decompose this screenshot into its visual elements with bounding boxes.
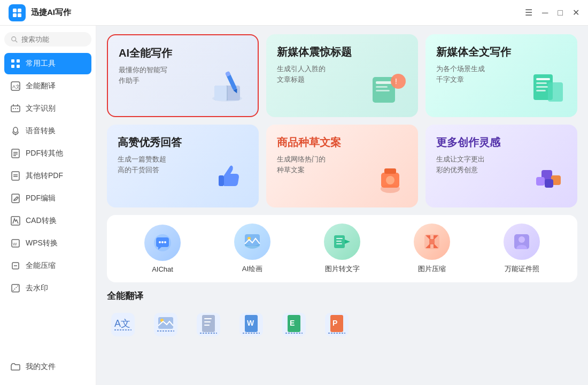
ai-writing-illustration <box>206 65 251 111</box>
search-input[interactable] <box>21 35 85 43</box>
svg-rect-42 <box>376 86 388 88</box>
id-photo-label: 万能证件照 <box>505 264 539 274</box>
sidebar-item-pdf-other[interactable]: PDF转其他 <box>4 143 91 164</box>
translate-word-icon: W <box>235 309 267 341</box>
section-title-translate: 全能翻译 <box>107 290 577 302</box>
main-layout: 常用工具 A文 全能翻译 文字识别 语音转换 PDF转其他 <box>0 26 588 385</box>
card-creative[interactable]: 更多创作灵感 生成让文字更出彩的优秀创意 <box>425 125 577 207</box>
svg-point-44 <box>391 74 406 89</box>
bottom-icon-translate-img[interactable] <box>150 309 182 341</box>
svg-rect-6 <box>11 59 14 63</box>
sidebar-label-common-tools: 常用工具 <box>26 59 56 68</box>
icon-row: AIChat AI绘画 <box>107 215 577 282</box>
card-newmedia-full[interactable]: 新媒体全文写作 为各个场景生成千字文章 <box>425 34 577 117</box>
wps-icon: W <box>10 237 21 249</box>
svg-rect-9 <box>17 65 20 68</box>
svg-rect-0 <box>13 9 17 12</box>
svg-text:E: E <box>290 319 295 327</box>
card-ai-writing[interactable]: AI全能写作 最懂你的智能写作助手 <box>107 34 259 117</box>
sidebar-item-wps[interactable]: W WPS转换 <box>4 233 91 254</box>
sidebar-label-ocr: 文字识别 <box>26 104 56 113</box>
top-cards-row: AI全能写作 最懂你的智能写作助手 <box>107 34 577 117</box>
img-to-text-label: 图片转文字 <box>325 264 360 274</box>
icon-ai-paint[interactable]: AI绘画 <box>234 224 270 274</box>
icon-img-compress[interactable]: 图片压缩 <box>414 224 450 274</box>
sidebar-item-translate[interactable]: A文 全能翻译 <box>4 75 91 97</box>
svg-point-56 <box>386 176 394 184</box>
praise-illustration <box>207 157 252 202</box>
svg-text:W: W <box>13 242 17 247</box>
app-title: 迅捷AI写作 <box>31 7 71 18</box>
window-controls: ☰ ─ □ ✕ <box>525 7 579 18</box>
pdf2-icon <box>10 170 21 182</box>
svg-point-62 <box>159 241 161 243</box>
grid-icon <box>10 58 21 70</box>
sidebar: 常用工具 A文 全能翻译 文字识别 语音转换 PDF转其他 <box>0 26 96 385</box>
bottom-icon-translate-ppt[interactable]: P <box>321 309 353 341</box>
id-photo-icon <box>504 224 540 260</box>
svg-rect-1 <box>18 9 21 12</box>
sidebar-label-compress: 全能压缩 <box>26 261 56 271</box>
sidebar-label-my-files: 我的文件 <box>26 362 56 372</box>
title-bar: 迅捷AI写作 ☰ ─ □ ✕ <box>0 0 588 26</box>
translate-doc-icon <box>192 309 225 341</box>
icon-id-photo[interactable]: 万能证件照 <box>504 224 540 274</box>
sidebar-item-common-tools[interactable]: 常用工具 <box>4 53 91 74</box>
sidebar-bottom: 我的文件 <box>4 356 91 379</box>
sidebar-item-watermark[interactable]: 去水印 <box>4 278 91 299</box>
sidebar-item-compress[interactable]: 全能压缩 <box>4 255 91 276</box>
translate-ppt-icon: P <box>321 309 353 341</box>
minimize-icon[interactable]: ─ <box>542 8 548 18</box>
card-newmedia-title[interactable]: 新媒体震惊标题 生成引人入胜的文章标题 ! <box>266 34 418 117</box>
sidebar-label-pdf-edit: PDF编辑 <box>26 194 56 203</box>
card-praise-answer[interactable]: 高赞优秀回答 生成一篇赞数超高的干货回答 <box>107 125 259 207</box>
svg-rect-83 <box>202 315 215 332</box>
icon-img-to-text[interactable]: 图片转文字 <box>324 224 360 274</box>
svg-rect-68 <box>336 238 343 239</box>
mid-cards-row: 高赞优秀回答 生成一篇赞数超高的干货回答 商品种草文案 生成网络热门的种草文案 <box>107 125 577 207</box>
svg-text:!: ! <box>395 77 397 86</box>
sidebar-label-translate: 全能翻译 <box>26 81 56 91</box>
svg-rect-72 <box>429 239 435 244</box>
translate-icon: A文 <box>10 80 21 92</box>
maximize-icon[interactable]: □ <box>558 8 563 18</box>
translate-img-icon <box>150 309 182 341</box>
translate-excel-icon: E <box>278 309 310 341</box>
sidebar-label-watermark: 去水印 <box>26 283 48 293</box>
svg-rect-59 <box>536 177 545 186</box>
pdf-icon <box>10 148 21 159</box>
svg-point-16 <box>13 127 18 133</box>
search-box[interactable] <box>4 32 91 47</box>
svg-rect-52 <box>219 175 224 186</box>
svg-point-64 <box>164 241 166 243</box>
svg-rect-60 <box>545 179 553 188</box>
svg-rect-41 <box>376 81 392 84</box>
card-product-copy[interactable]: 商品种草文案 生成网络热门的种草文案 <box>266 125 418 207</box>
svg-text:W: W <box>247 319 254 327</box>
sidebar-label-wps: WPS转换 <box>26 238 58 248</box>
sidebar-label-speech: 语音转换 <box>26 126 56 136</box>
app-logo <box>9 4 26 21</box>
cad-icon <box>10 215 21 227</box>
svg-point-63 <box>161 241 164 243</box>
sidebar-item-other-pdf[interactable]: 其他转PDF <box>4 165 91 187</box>
sidebar-item-my-files[interactable]: 我的文件 <box>4 356 91 378</box>
bottom-icon-translate-doc[interactable] <box>192 309 225 341</box>
bottom-icon-translate-word[interactable]: W <box>235 309 267 341</box>
bottom-icon-translate-excel[interactable]: E <box>278 309 310 341</box>
aichat-icon <box>144 225 181 261</box>
sidebar-label-cad: CAD转换 <box>26 216 57 226</box>
close-icon[interactable]: ✕ <box>572 7 579 18</box>
creative-illustration <box>525 157 571 202</box>
svg-text:A文: A文 <box>12 84 20 89</box>
sidebar-item-speech[interactable]: 语音转换 <box>4 120 91 142</box>
aichat-label: AIChat <box>152 265 173 273</box>
bottom-icon-translate-aa[interactable]: A文 <box>107 309 139 341</box>
sidebar-item-pdf-edit[interactable]: PDF编辑 <box>4 188 91 209</box>
svg-rect-8 <box>11 65 14 68</box>
sidebar-item-ocr[interactable]: 文字识别 <box>4 98 91 119</box>
menu-icon[interactable]: ☰ <box>525 7 532 18</box>
icon-aichat[interactable]: AIChat <box>144 225 181 273</box>
sidebar-item-cad[interactable]: CAD转换 <box>4 210 91 232</box>
img-compress-icon <box>414 224 450 260</box>
